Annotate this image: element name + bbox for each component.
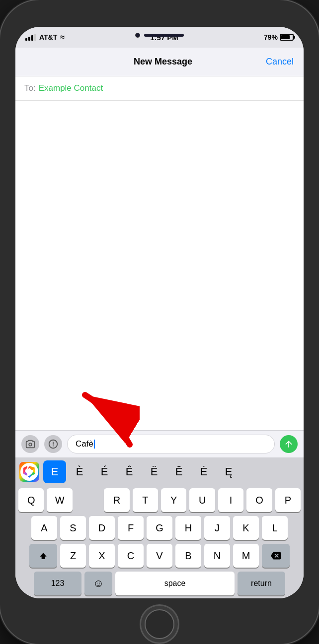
key-h[interactable]: H	[175, 516, 201, 540]
signal-bar-4	[34, 34, 36, 41]
battery-fill	[281, 35, 290, 39]
space-key-label: space	[164, 579, 186, 588]
status-left: AT&T ≈	[25, 33, 65, 42]
key-m[interactable]: M	[233, 544, 259, 568]
speaker-grill	[144, 34, 184, 37]
special-char-label-2: Ê	[126, 465, 133, 478]
key-y[interactable]: Y	[161, 488, 186, 512]
screen: AT&T ≈ 1:57 PM 79% New Message Cancel To…	[15, 27, 304, 598]
key-i[interactable]: I	[218, 488, 243, 512]
svg-point-1	[26, 469, 32, 475]
key-k[interactable]: K	[233, 516, 259, 540]
special-chars-bar: E È É Ê Ë Ē Ė Ę	[15, 457, 304, 484]
top-notch	[135, 33, 184, 38]
key-g[interactable]: G	[147, 516, 172, 540]
key-b[interactable]: B	[175, 544, 201, 568]
key-t[interactable]: T	[133, 488, 158, 512]
special-char-3[interactable]: Ë	[143, 460, 165, 483]
key-j[interactable]: J	[204, 516, 230, 540]
camera-button[interactable]	[21, 435, 39, 453]
special-char-4[interactable]: Ē	[167, 460, 190, 483]
to-label: To:	[24, 83, 36, 93]
special-char-2[interactable]: Ê	[118, 460, 141, 483]
special-char-5[interactable]: Ė	[192, 460, 215, 483]
delete-key[interactable]	[262, 544, 290, 568]
carrier-label: AT&T	[39, 33, 57, 41]
shift-key[interactable]	[29, 544, 57, 568]
special-char-label-6: Ę	[225, 465, 233, 478]
front-camera	[135, 33, 140, 38]
key-l[interactable]: L	[262, 516, 288, 540]
special-char-e-active[interactable]: E	[43, 460, 66, 483]
return-key-label: return	[251, 579, 272, 588]
message-input[interactable]: Cafè	[67, 435, 275, 453]
emoji-key[interactable]: ☺	[84, 572, 112, 595]
special-char-1[interactable]: É	[93, 460, 116, 483]
numbers-key-label: 123	[51, 579, 65, 588]
signal-bars	[25, 34, 36, 41]
key-v[interactable]: V	[147, 544, 172, 568]
keyboard-row-bottom: 123 ☺ space return	[18, 572, 301, 595]
battery-percent: 79%	[264, 33, 278, 41]
cancel-button[interactable]: Cancel	[266, 57, 294, 67]
keyboard-row-1: Q W E R T Y U I O P	[18, 488, 301, 512]
home-button[interactable]	[140, 604, 179, 644]
send-button[interactable]	[280, 435, 298, 453]
emoji-key-label: ☺	[93, 577, 104, 590]
key-w[interactable]: W	[47, 488, 72, 512]
key-f[interactable]: F	[118, 516, 144, 540]
signal-bar-3	[31, 35, 33, 41]
key-a[interactable]: A	[31, 516, 57, 540]
key-u[interactable]: U	[189, 488, 215, 512]
special-char-label-1: É	[101, 465, 108, 478]
home-button-inner	[145, 609, 174, 639]
return-key[interactable]: return	[238, 572, 285, 595]
key-o[interactable]: O	[246, 488, 272, 512]
key-d[interactable]: D	[89, 516, 115, 540]
keyboard-row-2: A S D F G H J K L	[18, 516, 301, 540]
special-char-0[interactable]: È	[68, 460, 91, 483]
wifi-icon: ≈	[60, 33, 65, 42]
battery-icon	[280, 34, 294, 41]
nav-bar: New Message Cancel	[15, 48, 304, 76]
text-cursor	[94, 440, 95, 449]
key-z[interactable]: Z	[60, 544, 86, 568]
space-key[interactable]: space	[115, 572, 235, 595]
key-p[interactable]: P	[275, 488, 301, 512]
signal-bar-2	[28, 37, 30, 41]
appstore-button[interactable]	[44, 435, 62, 453]
special-char-e-label: E	[51, 465, 59, 478]
special-char-6[interactable]: Ę	[217, 460, 240, 483]
key-c[interactable]: C	[118, 544, 144, 568]
message-input-value: Cafè	[76, 439, 93, 449]
nav-title: New Message	[134, 57, 192, 67]
phone-shell: AT&T ≈ 1:57 PM 79% New Message Cancel To…	[0, 0, 319, 644]
special-char-label-5: Ė	[200, 465, 208, 478]
compose-area[interactable]	[15, 101, 304, 430]
special-char-label-4: Ē	[175, 465, 183, 478]
key-s[interactable]: S	[60, 516, 86, 540]
to-field[interactable]: To: Example Contact	[15, 76, 304, 101]
message-toolbar: Cafè	[15, 430, 304, 457]
keyboard-row-3: Z X C V B N M	[18, 544, 301, 568]
keyboard: Q W E R T Y U I O P A S D F G H J	[15, 484, 304, 598]
numbers-key[interactable]: 123	[34, 572, 81, 595]
key-n[interactable]: N	[204, 544, 230, 568]
key-q[interactable]: Q	[18, 488, 44, 512]
status-right: 79%	[264, 33, 294, 41]
key-x[interactable]: X	[89, 544, 115, 568]
signal-bar-1	[25, 38, 27, 41]
photos-icon[interactable]	[19, 462, 39, 482]
key-r[interactable]: R	[104, 488, 129, 512]
special-char-label-3: Ë	[151, 465, 158, 478]
special-char-label-0: È	[76, 465, 83, 478]
to-contact-value: Example Contact	[39, 83, 103, 93]
